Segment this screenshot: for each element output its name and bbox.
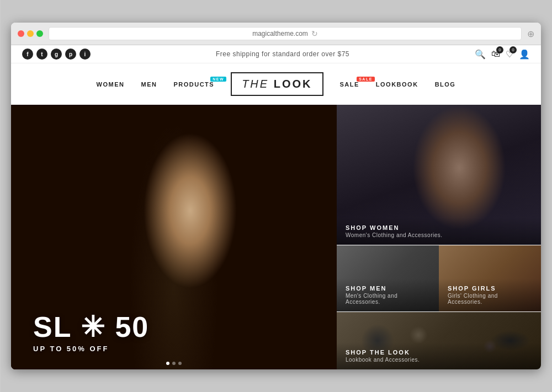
hero-main-headline: SL ✳ 50: [33, 313, 149, 341]
url-text: magicaltheme.com: [252, 30, 308, 37]
google-icon[interactable]: g: [51, 49, 62, 60]
shipping-message: Free shipping for standard order over $7…: [216, 50, 349, 58]
shop-men-tile[interactable]: SHOP MEN Men's Clothing and Accessories.: [337, 245, 439, 312]
nav-men[interactable]: MEN: [141, 81, 157, 88]
browser-actions: ⊕: [527, 29, 534, 39]
nav-blog[interactable]: BLOG: [435, 81, 456, 88]
instagram-icon[interactable]: i: [79, 49, 91, 60]
slide-dot-1[interactable]: [166, 362, 169, 365]
wishlist-badge: 0: [509, 46, 517, 53]
hero-section: SL ✳ 50 UP TO 50% OFF SHOP WOMEN Women's…: [11, 105, 541, 369]
new-badge: NEW: [210, 77, 226, 82]
hero-banner[interactable]: SL ✳ 50 UP TO 50% OFF: [11, 105, 337, 369]
close-button[interactable]: [18, 30, 24, 37]
wishlist-icon[interactable]: ♡ 0: [506, 49, 513, 60]
sale-badge: SALE: [357, 77, 375, 82]
shop-girls-subtitle: Girls' Clothing and Accessories.: [448, 293, 532, 305]
pinterest-icon[interactable]: p: [65, 49, 76, 60]
shop-girls-title: SHOP GIRLS: [448, 285, 532, 292]
shop-girls-tile[interactable]: SHOP GIRLS Girls' Clothing and Accessori…: [439, 245, 541, 312]
slide-dot-2[interactable]: [172, 362, 176, 365]
main-navigation: WOMEN MEN PRODUCTS NEW THE LOOK SALE SAL…: [11, 63, 541, 105]
search-icon[interactable]: 🔍: [475, 49, 486, 60]
shop-men-overlay: SHOP MEN Men's Clothing and Accessories.: [337, 278, 439, 312]
nav-lookbook[interactable]: LOOKBOOK: [376, 81, 418, 88]
nav-products[interactable]: PRODUCTS NEW: [173, 81, 214, 88]
cart-icon[interactable]: 🛍 0: [491, 49, 500, 59]
shop-women-overlay: SHOP WOMEN Women's Clothing and Accessor…: [337, 218, 541, 245]
website-content: f t g p i Free shipping for standard ord…: [11, 45, 541, 369]
hero-text-block: SL ✳ 50 UP TO 50% OFF: [33, 313, 149, 353]
header-action-icons: 🔍 🛍 0 ♡ 0 👤: [475, 49, 530, 60]
window-controls: [18, 30, 43, 37]
maximize-button[interactable]: [36, 30, 43, 37]
twitter-icon[interactable]: t: [36, 49, 47, 60]
shop-men-subtitle: Men's Clothing and Accessories.: [346, 293, 430, 305]
address-bar[interactable]: magicaltheme.com ↻: [49, 27, 522, 40]
shop-men-title: SHOP MEN: [346, 285, 430, 292]
browser-chrome: magicaltheme.com ↻ ⊕: [11, 23, 541, 45]
shop-look-overlay: SHOP THE LOOK Lookbook and Accessories.: [337, 342, 541, 369]
social-icons: f t g p i: [22, 49, 91, 60]
top-bar: f t g p i Free shipping for standard ord…: [11, 45, 541, 63]
shop-look-tile[interactable]: SHOP THE LOOK Lookbook and Accessories.: [337, 312, 541, 369]
shop-women-subtitle: Women's Clothing and Accessories.: [346, 232, 532, 238]
site-logo[interactable]: THE LOOK: [231, 72, 323, 96]
shop-girls-overlay: SHOP GIRLS Girls' Clothing and Accessori…: [439, 278, 541, 312]
refresh-icon[interactable]: ↻: [311, 29, 318, 38]
shop-look-title: SHOP THE LOOK: [346, 349, 532, 356]
browser-window: magicaltheme.com ↻ ⊕ f t g p i Free ship…: [11, 23, 541, 369]
shop-grid: SHOP WOMEN Women's Clothing and Accessor…: [337, 105, 541, 369]
account-icon[interactable]: 👤: [519, 49, 530, 60]
hero-sub-headline: UP TO 50% OFF: [33, 345, 149, 353]
slide-indicators: [166, 362, 182, 365]
cart-badge: 0: [496, 46, 503, 53]
nav-sale[interactable]: SALE SALE: [340, 81, 359, 88]
nav-women[interactable]: WOMEN: [97, 81, 125, 88]
grid-middle-row: SHOP MEN Men's Clothing and Accessories.…: [337, 245, 541, 312]
shop-women-title: SHOP WOMEN: [346, 224, 532, 231]
shop-look-subtitle: Lookbook and Accessories.: [346, 357, 532, 363]
facebook-icon[interactable]: f: [22, 49, 33, 60]
slide-dot-3[interactable]: [178, 362, 182, 365]
shop-women-tile[interactable]: SHOP WOMEN Women's Clothing and Accessor…: [337, 105, 541, 245]
minimize-button[interactable]: [27, 30, 34, 37]
